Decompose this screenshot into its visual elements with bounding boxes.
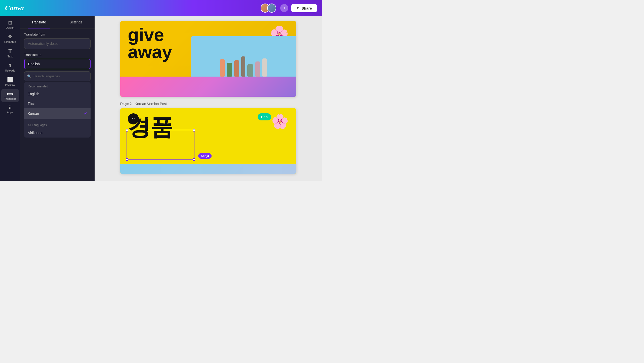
design-card-2: ⊙ Ben 🌸 경품 Sonja: [120, 108, 296, 174]
handle-bl[interactable]: [126, 158, 128, 161]
check-icon: ✓: [84, 111, 87, 116]
vase-3: [234, 60, 239, 77]
sidebar-label-text: Text: [8, 55, 13, 58]
language-item-korean[interactable]: Korean ✓: [24, 108, 91, 119]
translate-icon: ⟺: [7, 91, 14, 96]
card2-content: ⊙ Ben 🌸 경품: [120, 108, 296, 164]
search-container: 🔍: [24, 71, 91, 81]
vase-1: [220, 59, 225, 77]
tab-translate[interactable]: Translate: [20, 16, 57, 28]
language-dropdown-list: Recommended English Thai Korean ✓ All La…: [24, 82, 91, 138]
projects-icon: ⬜: [7, 77, 13, 82]
sidebar-item-uploads[interactable]: ⬆ Uploads: [1, 61, 19, 74]
card1-gradient-bottom: [120, 77, 296, 97]
selection-box: [127, 130, 194, 160]
tab-settings[interactable]: Settings: [57, 16, 95, 28]
language-item-english[interactable]: English: [24, 89, 91, 99]
vases-area: [191, 36, 296, 77]
header: Canva + ⬆ Share: [0, 0, 322, 16]
translate-panel: Translate Settings Translate from Transl…: [20, 16, 95, 181]
handle-br[interactable]: [193, 158, 195, 161]
share-icon: ⬆: [296, 6, 299, 10]
giveaway-text: giveaway: [128, 26, 172, 61]
header-left: Canva: [5, 4, 24, 12]
vase-6: [255, 61, 260, 77]
divider: [24, 120, 91, 120]
sidebar-label-apps: Apps: [7, 111, 13, 114]
panel-tabs: Translate Settings: [20, 16, 95, 28]
card2-bottom: [120, 164, 296, 174]
sidebar-label-uploads: Uploads: [5, 69, 15, 72]
language-item-thai[interactable]: Thai: [24, 99, 91, 108]
sidebar-item-text[interactable]: T Text: [1, 46, 19, 60]
vase-4: [241, 56, 245, 77]
page2-number: Page 2: [120, 102, 132, 106]
elements-icon: ❖: [8, 34, 12, 39]
translate-from-label: Translate from: [24, 32, 91, 36]
card1-content: giveaway 🌸: [120, 21, 296, 77]
sidebar-item-design[interactable]: ⊞ Design: [1, 18, 19, 31]
panel-content: Translate from Translate to 🔍 Recommende…: [20, 28, 95, 181]
sidebar-item-elements[interactable]: ❖ Elements: [1, 32, 19, 45]
page2-title: Korean Version Post: [135, 102, 167, 106]
translate-to-input[interactable]: [24, 59, 91, 69]
header-right: + ⬆ Share: [261, 4, 317, 13]
all-languages-section-label: All Languages: [24, 121, 91, 128]
sidebar-label-elements: Elements: [4, 40, 16, 43]
icon-sidebar: ⊞ Design ❖ Elements T Text ⬆ Uploads ⬜ P…: [0, 16, 20, 181]
translate-from-input[interactable]: [24, 38, 91, 49]
upload-icon: ⬆: [8, 63, 12, 68]
recommended-section-label: Recommended: [24, 82, 91, 89]
flower-pink-icon: 🌸: [271, 113, 289, 130]
sidebar-item-projects[interactable]: ⬜ Projects: [1, 75, 19, 88]
handle-tr[interactable]: [193, 129, 195, 131]
sidebar-label-projects: Projects: [5, 83, 15, 86]
canvas-inner: giveaway 🌸 Page: [120, 21, 296, 174]
text-icon: T: [8, 48, 12, 54]
search-languages-input[interactable]: [24, 71, 91, 81]
sidebar-label-translate: Translate: [4, 97, 16, 100]
language-item-afrikaans[interactable]: Afrikaans: [24, 128, 91, 138]
avatar-2: [267, 4, 276, 13]
canva-logo: Canva: [5, 4, 24, 12]
add-collaborator-button[interactable]: +: [280, 4, 288, 12]
share-button[interactable]: ⬆ Share: [291, 4, 317, 12]
handle-tl[interactable]: [126, 129, 128, 131]
vase-7: [262, 58, 267, 77]
sidebar-label-design: Design: [6, 26, 14, 29]
page2-label: Page 2 - Korean Version Post: [120, 102, 296, 106]
vase-5: [247, 64, 253, 77]
avatar-group: [261, 4, 276, 13]
vase-2: [227, 63, 232, 77]
sidebar-item-translate[interactable]: ⟺ Translate: [1, 89, 19, 102]
apps-icon: ⠿: [9, 105, 12, 110]
design-card-1: giveaway 🌸: [120, 21, 296, 97]
ben-bubble: Ben: [258, 113, 271, 120]
sidebar-item-apps[interactable]: ⠿ Apps: [1, 103, 19, 116]
translate-to-label: Translate to: [24, 53, 91, 57]
search-icon: 🔍: [27, 74, 31, 78]
canvas-area: giveaway 🌸 Page: [95, 16, 322, 181]
body: ⊞ Design ❖ Elements T Text ⬆ Uploads ⬜ P…: [0, 16, 322, 181]
design-icon: ⊞: [8, 20, 12, 25]
